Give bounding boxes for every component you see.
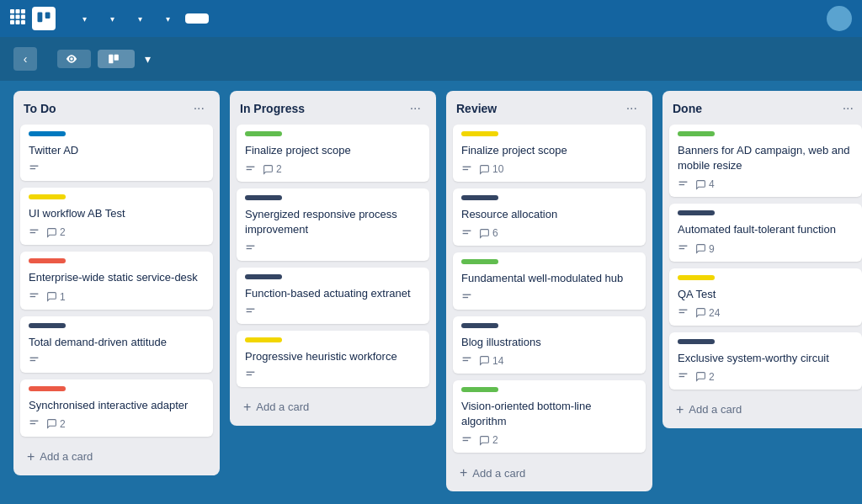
column-header-todo: To Do ··· — [20, 99, 213, 125]
svg-rect-11 — [109, 55, 113, 64]
card-footer: 2 — [245, 163, 421, 175]
templates-menu[interactable]: ▾ — [154, 9, 178, 29]
plus-icon: + — [27, 450, 35, 464]
add-card-button-inprogress[interactable]: + Add a card — [237, 395, 429, 419]
board-visibility-button[interactable] — [57, 50, 91, 68]
card[interactable]: Vision-oriented bottom-line algorithm 2 — [453, 380, 646, 453]
card[interactable]: Blog illustrations 14 — [453, 316, 646, 374]
card[interactable]: Finalize project scope 10 — [453, 125, 646, 182]
card-label — [245, 195, 282, 200]
column-header-done: Done ··· — [669, 99, 862, 125]
card-lines-icon — [29, 227, 40, 238]
card-label — [461, 259, 498, 264]
recent-menu[interactable]: ▾ — [98, 9, 123, 29]
card-comment-icon: 2 — [263, 163, 282, 175]
user-avatar[interactable] — [827, 6, 852, 31]
plus-icon: + — [243, 401, 251, 414]
card-label — [29, 386, 66, 391]
card-footer: 1 — [29, 291, 205, 303]
card-lines-icon — [678, 371, 689, 382]
card-title: Resource allocation — [461, 207, 637, 222]
card-lines-icon — [29, 291, 40, 302]
card[interactable]: Fundamental well-modulated hub — [453, 252, 646, 309]
board-header: ‹ ▾ — [0, 37, 862, 81]
card-label — [245, 131, 282, 136]
add-card-label: Add a card — [40, 450, 93, 463]
card[interactable]: Automated fault-tolerant function 9 — [669, 204, 862, 261]
board-view-button[interactable] — [98, 50, 135, 68]
column-review: Review ··· Finalize project scope 10 Res… — [446, 91, 652, 491]
board-view-chevron[interactable]: ▾ — [141, 49, 154, 69]
card[interactable]: Exclusive system-worthy circuit 2 — [669, 332, 862, 390]
grid-icon[interactable] — [10, 9, 25, 29]
svg-rect-7 — [16, 20, 20, 24]
card-lines-icon — [29, 355, 40, 366]
workspaces-chevron-icon: ▾ — [82, 14, 87, 24]
card-label — [461, 323, 498, 328]
card[interactable]: Enterprise-wide static service-desk 1 — [20, 252, 213, 309]
card[interactable]: QA Test 24 — [669, 268, 862, 326]
card-footer — [245, 306, 421, 317]
card-label — [245, 337, 282, 342]
column-header-review: Review ··· — [453, 99, 646, 125]
card-label — [678, 275, 715, 280]
add-card-button-todo[interactable]: + Add a card — [20, 445, 213, 469]
card-title: Automated fault-tolerant function — [678, 222, 854, 237]
svg-rect-0 — [10, 9, 14, 13]
card[interactable]: Synchronised interactive adapter 2 — [20, 379, 213, 437]
card[interactable]: Twitter AD — [20, 125, 213, 181]
card-lines-icon — [245, 306, 256, 317]
card-title: Total demand-driven attitude — [29, 335, 205, 350]
card[interactable]: Synergized responsive process improvemen… — [237, 188, 429, 260]
card-comment-icon: 2 — [46, 418, 66, 430]
svg-rect-2 — [21, 9, 25, 13]
card-title: Twitter AD — [29, 143, 205, 158]
card-title: UI workflow AB Test — [29, 206, 205, 221]
card-footer: 24 — [678, 307, 854, 319]
add-card-button-done[interactable]: + Add a card — [669, 398, 862, 422]
card-lines-icon — [678, 243, 689, 254]
card[interactable]: Progressive heuristic workforce — [237, 331, 429, 387]
create-button[interactable] — [185, 13, 209, 24]
card-label — [461, 195, 498, 200]
card-lines-icon — [29, 418, 40, 429]
card[interactable]: UI workflow AB Test 2 — [20, 188, 213, 245]
svg-rect-10 — [45, 13, 51, 19]
workspaces-menu[interactable]: ▾ — [71, 9, 95, 29]
add-card-button-review[interactable]: + Add a card — [453, 461, 646, 485]
card-title: Finalize project scope — [245, 143, 421, 158]
card-lines-icon — [678, 307, 689, 318]
column-menu-todo[interactable]: ··· — [189, 99, 210, 118]
card-comment-icon: 9 — [695, 243, 715, 255]
card[interactable]: Resource allocation 6 — [453, 188, 646, 246]
card-lines-icon — [678, 179, 689, 190]
card-footer — [29, 355, 205, 366]
card[interactable]: Banners for AD campaign, web and mobile … — [669, 125, 862, 197]
card-title: Synchronised interactive adapter — [29, 398, 205, 413]
card[interactable]: Total demand-driven attitude — [20, 316, 213, 373]
sidebar-toggle-button[interactable]: ‹ — [13, 47, 37, 71]
card-lines-icon — [245, 369, 256, 380]
card[interactable]: Function-based actuating extranet — [237, 268, 429, 324]
card-label — [678, 339, 715, 344]
plus-icon: + — [676, 403, 684, 416]
starred-menu[interactable]: ▾ — [126, 9, 151, 29]
card-footer: 9 — [678, 243, 854, 255]
svg-rect-6 — [10, 20, 14, 24]
card-lines-icon — [245, 164, 256, 175]
column-menu-done[interactable]: ··· — [838, 99, 859, 118]
templates-chevron-icon: ▾ — [166, 14, 170, 24]
card-lines-icon — [461, 164, 472, 175]
card-title: Function-based actuating extranet — [245, 286, 421, 301]
card-label — [678, 210, 715, 215]
card-footer: 10 — [461, 163, 637, 175]
svg-rect-4 — [16, 14, 20, 19]
card-title: Progressive heuristic workforce — [245, 349, 421, 364]
trello-logo[interactable] — [32, 7, 61, 30]
card-title: Banners for AD campaign, web and mobile … — [678, 143, 854, 173]
card[interactable]: Finalize project scope 2 — [237, 125, 429, 182]
svg-rect-9 — [38, 13, 43, 23]
card-footer: 14 — [461, 355, 637, 367]
column-menu-inprogress[interactable]: ··· — [405, 99, 426, 118]
column-menu-review[interactable]: ··· — [621, 99, 642, 118]
